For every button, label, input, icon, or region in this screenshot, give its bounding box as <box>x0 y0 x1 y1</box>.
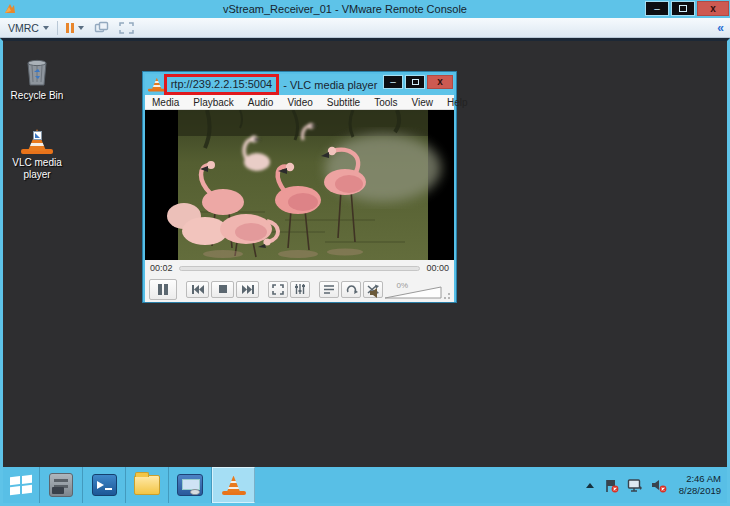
screen: { "vmrc": { "window_title": "vStream_Rec… <box>0 0 730 506</box>
vmware-logo-icon <box>4 3 16 15</box>
loop-icon <box>345 284 358 295</box>
stop-button[interactable] <box>211 281 234 298</box>
chevron-down-icon <box>43 26 49 30</box>
taskbar-server-manager[interactable] <box>40 467 83 503</box>
desktop-icon-label: VLC media player <box>9 157 65 181</box>
taskbar-admin-console[interactable] <box>169 467 212 503</box>
start-button[interactable] <box>3 467 40 503</box>
pause-button[interactable] <box>149 279 177 300</box>
server-manager-icon <box>49 473 73 497</box>
vmrc-toolbar: VMRC « <box>0 18 730 38</box>
fullscreen-button[interactable] <box>119 22 134 34</box>
vmrc-menu-label: VMRC <box>8 22 39 34</box>
vmrc-close-button[interactable]: x <box>697 1 729 16</box>
hidden-icons-arrow[interactable] <box>586 483 594 488</box>
menu-video[interactable]: Video <box>280 97 319 108</box>
clock-date: 8/28/2019 <box>679 485 721 497</box>
taskbar-clock[interactable]: 2:46 AM 8/28/2019 <box>675 473 721 498</box>
menu-tools[interactable]: Tools <box>367 97 404 108</box>
extended-settings-button[interactable] <box>290 281 310 298</box>
next-button[interactable] <box>236 281 259 298</box>
powershell-icon <box>92 474 117 496</box>
desktop-icon-recycle-bin[interactable]: Recycle Bin <box>5 57 69 102</box>
menu-playback[interactable]: Playback <box>186 97 241 108</box>
vlc-close-button[interactable]: x <box>427 75 453 89</box>
guest-desktop: Recycle Bin VLC media player rtp://239.2… <box>0 38 730 506</box>
taskbar-powershell[interactable] <box>83 467 126 503</box>
extended-settings-icon <box>294 283 306 295</box>
volume-slider[interactable] <box>384 285 442 299</box>
file-explorer-icon <box>134 475 160 495</box>
toolbar-collapse-button[interactable]: « <box>717 21 724 35</box>
pause-icon <box>157 283 169 296</box>
menu-view[interactable]: View <box>405 97 441 108</box>
playlist-icon <box>323 284 335 295</box>
vlc-minimize-button[interactable]: – <box>383 75 403 89</box>
action-center-flag-alert-icon[interactable] <box>604 478 619 493</box>
shortcut-arrow-icon <box>33 131 42 140</box>
toolbar-separator <box>57 21 58 35</box>
vlc-seek-row: 00:02 00:00 <box>145 260 454 276</box>
vmrc-window-title: vStream_Receiver_01 - VMware Remote Cons… <box>60 3 630 15</box>
seek-bar[interactable] <box>179 266 421 271</box>
vm-pause-button[interactable] <box>66 23 84 33</box>
vlc-cone-icon <box>222 476 246 495</box>
elapsed-time: 00:02 <box>150 263 173 273</box>
vmrc-menu-button[interactable]: VMRC <box>8 22 49 34</box>
admin-console-icon <box>177 474 203 496</box>
send-devices-button[interactable] <box>94 21 109 34</box>
vlc-menubar: Media Playback Audio Video Subtitle Tool… <box>145 95 454 110</box>
speaker-icon[interactable] <box>369 287 381 299</box>
system-tray: 2:46 AM 8/28/2019 <box>586 467 727 503</box>
loop-button[interactable] <box>341 281 361 298</box>
vlc-maximize-button[interactable] <box>405 75 425 89</box>
video-canvas-flamingos[interactable] <box>145 110 454 260</box>
desktop-icon-label: Recycle Bin <box>11 90 64 102</box>
pause-icon <box>66 23 74 33</box>
taskbar-file-explorer[interactable] <box>126 467 169 503</box>
chevron-down-icon <box>78 26 84 30</box>
vmrc-titlebar: vStream_Receiver_01 - VMware Remote Cons… <box>0 0 730 18</box>
taskbar-vlc-active[interactable] <box>212 467 255 503</box>
rtp-url-annotation-box: rtp://239.2.2.15:5004 <box>164 74 280 95</box>
network-status-icon[interactable] <box>627 478 643 493</box>
previous-button[interactable] <box>186 281 209 298</box>
desktop-icon-vlc[interactable]: VLC media player <box>5 129 69 181</box>
taskbar: 2:46 AM 8/28/2019 <box>3 467 727 503</box>
volume-muted-icon[interactable] <box>651 478 667 493</box>
menu-help[interactable]: Help <box>440 97 475 108</box>
menu-media[interactable]: Media <box>145 97 186 108</box>
fullscreen-icon <box>119 22 134 34</box>
clock-time: 2:46 AM <box>679 473 721 485</box>
vlc-titlebar: rtp://239.2.2.15:5004 - VLC media player… <box>145 74 454 95</box>
vlc-controls-row: 0% <box>145 276 454 302</box>
devices-icon <box>94 21 109 34</box>
menu-subtitle[interactable]: Subtitle <box>320 97 367 108</box>
playlist-button[interactable] <box>319 281 339 298</box>
vmrc-maximize-button[interactable] <box>671 1 695 16</box>
fullscreen-button[interactable] <box>268 281 288 298</box>
total-time: 00:00 <box>426 263 449 273</box>
start-icon <box>10 475 32 495</box>
previous-icon <box>191 284 205 295</box>
menu-audio[interactable]: Audio <box>241 97 281 108</box>
recycle-bin-icon <box>24 57 50 87</box>
vmrc-minimize-button[interactable]: – <box>645 1 669 16</box>
vlc-window-title: rtp://239.2.2.15:5004 - VLC media player <box>165 74 376 95</box>
stop-icon <box>218 284 228 294</box>
next-icon <box>241 284 255 295</box>
resize-grip[interactable] <box>444 287 450 299</box>
fullscreen-icon <box>272 284 284 295</box>
vlc-window: rtp://239.2.2.15:5004 - VLC media player… <box>143 72 456 302</box>
